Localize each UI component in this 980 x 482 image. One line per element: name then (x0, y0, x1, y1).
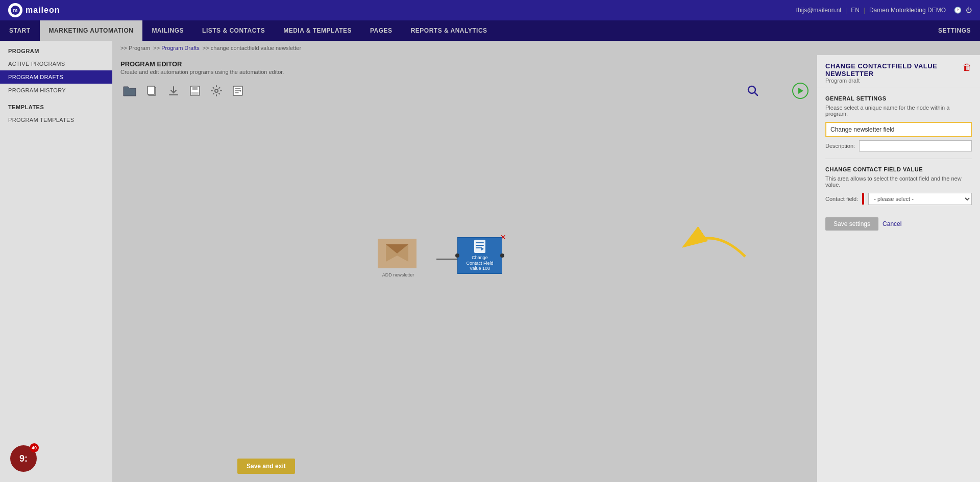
content-area: >> Program >> Program Drafts >> change c… (112, 41, 980, 482)
sidebar-item-program-drafts[interactable]: PROGRAM DRAFTS (0, 70, 112, 84)
search-btn[interactable] (744, 82, 762, 99)
sidebar-item-program-templates[interactable]: PROGRAM TEMPLATES (0, 113, 112, 126)
svg-text:m: m (13, 8, 18, 13)
contact-field-bar (862, 193, 864, 205)
contact-field-section: CHANGE CONTACT FIELD VALUE This area all… (817, 159, 980, 212)
bottom-widget-badge: 40 (30, 443, 39, 452)
topbar: m maileon thijs@maileon.nl | EN | Damen … (0, 0, 980, 20)
ccf-dot-right (500, 253, 504, 258)
cancel-btn[interactable]: Cancel (883, 217, 901, 231)
editor-title: PROGRAM EDITOR (120, 60, 808, 68)
nav-settings[interactable]: SETTINGS (929, 20, 980, 41)
svg-rect-5 (192, 86, 198, 90)
right-panel-subtitle: Program draft (825, 78, 963, 84)
delete-btn[interactable]: 🗑 (963, 62, 972, 73)
download-btn[interactable] (165, 83, 182, 99)
description-input[interactable] (859, 140, 972, 151)
nav-media-templates[interactable]: MEDIA & TEMPLATES (274, 20, 361, 41)
contact-field-label: Contact field: (825, 196, 858, 202)
logo: m maileon (8, 3, 60, 17)
svg-rect-3 (148, 86, 155, 94)
edit-btn[interactable] (230, 83, 246, 99)
ccf-node[interactable]: ✕ ChangeContact FieldValue 108 (457, 237, 502, 274)
nav-marketing-automation[interactable]: MARKETING AUTOMATION (40, 20, 143, 41)
navbar: START MARKETING AUTOMATION MAILINGS LIST… (0, 20, 980, 41)
bottom-widget-circle: 9: 40 (10, 445, 37, 472)
contact-field-section-desc: This area allows to select the contact f… (825, 175, 972, 188)
editor-wrapper: PROGRAM EDITOR Create and edit automatio… (112, 55, 980, 482)
general-settings-title: GENERAL SETTINGS (825, 95, 972, 102)
arrow-annotation (572, 216, 766, 287)
ccf-node-box: ChangeContact FieldValue 108 (457, 237, 502, 274)
clock-icon: 🕐 (954, 7, 962, 14)
breadcrumb: >> Program >> Program Drafts >> change c… (112, 41, 980, 55)
toolbar (112, 78, 817, 104)
right-panel-title: CHANGE CONTACTFIELD VALUE NEWSLETTER (825, 62, 963, 78)
newsletter-node-label: ADD newsletter (382, 272, 414, 277)
logo-icon: m (8, 3, 22, 17)
copy-btn[interactable] (144, 83, 160, 99)
general-settings-section: GENERAL SETTINGS Please select a unique … (817, 88, 980, 159)
node-name-input[interactable] (825, 122, 972, 137)
description-row: Description: (825, 140, 972, 151)
logo-text: maileon (26, 6, 60, 15)
bottom-widget[interactable]: 9: 40 (10, 445, 39, 474)
contact-field-row: Contact field: - please select - (825, 193, 972, 205)
save-exit-btn[interactable]: Save and exit (237, 459, 295, 474)
topbar-user-info: thijs@maileon.nl | EN | Damen Motorkledi… (796, 7, 972, 14)
right-panel-header: CHANGE CONTACTFIELD VALUE NEWSLETTER Pro… (817, 55, 980, 88)
ccf-node-label: ChangeContact FieldValue 108 (465, 254, 494, 272)
svg-marker-10 (798, 88, 803, 94)
nav-lists-contacts[interactable]: LISTS & CONTACTS (193, 20, 274, 41)
general-settings-desc: Please select a unique name for the node… (825, 105, 972, 117)
sidebar-item-program-history[interactable]: PROGRAM HISTORY (0, 84, 112, 97)
breadcrumb-current: change contactfield value newsletter (211, 45, 301, 51)
svg-rect-6 (191, 92, 199, 95)
bottom-widget-number: 9: (19, 453, 28, 464)
breadcrumb-drafts[interactable]: Program Drafts (161, 45, 200, 51)
open-folder-btn[interactable] (120, 83, 139, 99)
editor-header: PROGRAM EDITOR Create and edit automatio… (112, 55, 817, 78)
sidebar-templates-section: TEMPLATES (0, 97, 112, 113)
sidebar: PROGRAM ACTIVE PROGRAMS PROGRAM DRAFTS P… (0, 41, 112, 482)
newsletter-node[interactable]: ADD newsletter (378, 239, 419, 277)
nav-start[interactable]: START (0, 20, 40, 41)
save-btn[interactable] (187, 83, 203, 99)
editor-main: PROGRAM EDITOR Create and edit automatio… (112, 55, 817, 482)
main-layout: PROGRAM ACTIVE PROGRAMS PROGRAM DRAFTS P… (0, 41, 980, 482)
play-btn[interactable] (792, 83, 808, 99)
svg-point-7 (215, 89, 218, 92)
contact-field-section-title: CHANGE CONTACT FIELD VALUE (825, 166, 972, 172)
description-label: Description: (825, 143, 855, 149)
ccf-node-icon (472, 239, 487, 254)
ccf-dot-left (455, 253, 459, 258)
editor-subtitle: Create and edit automation programs usin… (120, 69, 808, 75)
power-icon[interactable]: ⏻ (966, 7, 972, 14)
contact-field-select[interactable]: - please select - (868, 193, 972, 205)
settings-btn[interactable] (208, 83, 225, 99)
breadcrumb-root: Program (129, 45, 150, 51)
svg-point-9 (748, 86, 755, 93)
save-settings-btn[interactable]: Save settings (825, 217, 878, 231)
account-link[interactable]: Damen Motorkleding DEMO (869, 7, 946, 14)
right-panel-buttons: Save settings Cancel (817, 212, 980, 236)
sidebar-program-section: PROGRAM (0, 41, 112, 57)
sidebar-item-active-programs[interactable]: ACTIVE PROGRAMS (0, 57, 112, 70)
lang-link[interactable]: EN (851, 7, 860, 14)
nav-mailings[interactable]: MAILINGS (142, 20, 193, 41)
canvas-connections (112, 104, 817, 482)
nav-reports-analytics[interactable]: REPORTS & ANALYTICS (402, 20, 497, 41)
user-email: thijs@maileon.nl (796, 7, 841, 14)
svg-rect-15 (474, 240, 485, 253)
right-panel: CHANGE CONTACTFIELD VALUE NEWSLETTER Pro… (817, 55, 980, 482)
canvas: ADD newsletter ✕ (112, 104, 817, 482)
nav-pages[interactable]: PAGES (361, 20, 402, 41)
